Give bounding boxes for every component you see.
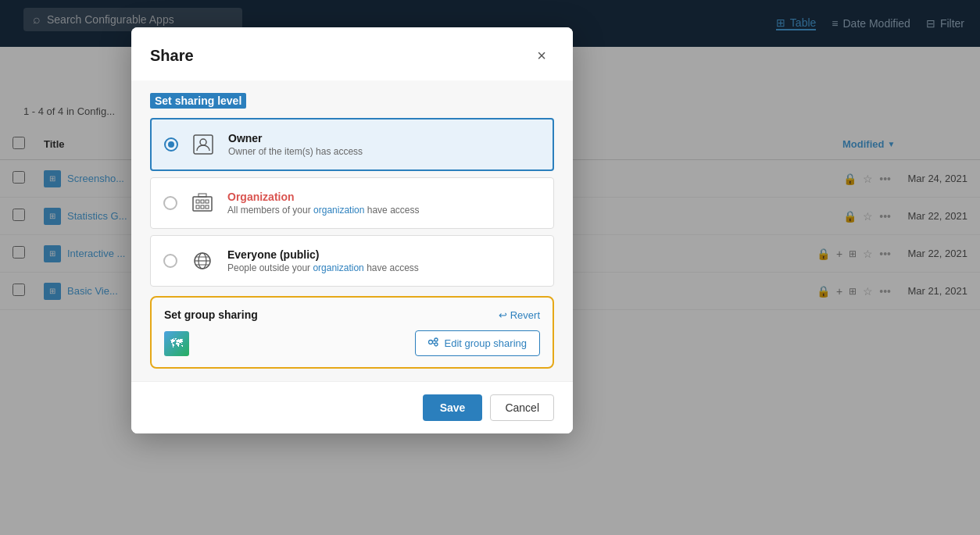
edit-group-sharing-button[interactable]: Edit group sharing [415,330,540,356]
edit-group-icon [428,337,439,350]
svg-line-18 [433,341,435,341]
save-button[interactable]: Save [423,394,483,421]
share-modal: Share × Set sharing level Owner Owner of… [131,27,573,433]
revert-icon: ↩ [499,309,507,321]
svg-rect-5 [206,200,209,203]
svg-rect-6 [196,205,199,209]
everyone-option-title: Everyone (public) [227,248,541,261]
revert-button[interactable]: ↩ Revert [499,309,540,321]
close-button[interactable]: × [529,43,554,68]
sharing-level-label: Set sharing level [150,93,246,109]
organization-option-desc: All members of your organization have ac… [227,205,541,216]
organization-option-title: Organization [227,191,541,203]
everyone-option[interactable]: Everyone (public) People outside your or… [150,235,554,287]
organization-radio[interactable] [163,196,177,210]
organization-option[interactable]: Organization All members of your organiz… [150,177,554,229]
svg-rect-4 [201,200,204,203]
svg-point-16 [435,338,438,341]
svg-rect-3 [196,200,199,203]
svg-rect-8 [206,205,209,209]
owner-option[interactable]: Owner Owner of the item(s) has access [150,118,554,171]
modal-footer: Save Cancel [131,381,573,433]
cancel-button[interactable]: Cancel [490,394,554,421]
owner-icon [189,130,217,159]
everyone-icon [188,247,216,275]
svg-point-1 [200,139,206,145]
group-sharing-content: Edit group sharing [164,330,540,356]
group-sharing-section: Set group sharing ↩ Revert [150,296,554,369]
modal-title: Share [150,47,194,65]
modal-header: Share × [131,27,573,80]
group-icon [164,331,189,356]
organization-icon [188,189,216,217]
svg-line-19 [433,343,435,344]
owner-option-title: Owner [228,132,540,144]
svg-rect-7 [201,205,204,209]
owner-radio[interactable] [164,137,178,152]
owner-option-desc: Owner of the item(s) has access [228,146,540,157]
everyone-option-desc: People outside your organization have ac… [227,262,541,273]
svg-point-17 [435,343,438,346]
everyone-option-text: Everyone (public) People outside your or… [227,248,541,273]
everyone-radio[interactable] [163,254,177,268]
svg-point-15 [429,341,433,344]
modal-body: Set sharing level Owner Owner of the ite… [131,80,573,381]
group-sharing-header: Set group sharing ↩ Revert [164,309,540,321]
owner-option-text: Owner Owner of the item(s) has access [228,132,540,157]
group-sharing-title: Set group sharing [164,309,258,321]
organization-option-text: Organization All members of your organiz… [227,191,541,216]
svg-rect-0 [194,135,213,154]
